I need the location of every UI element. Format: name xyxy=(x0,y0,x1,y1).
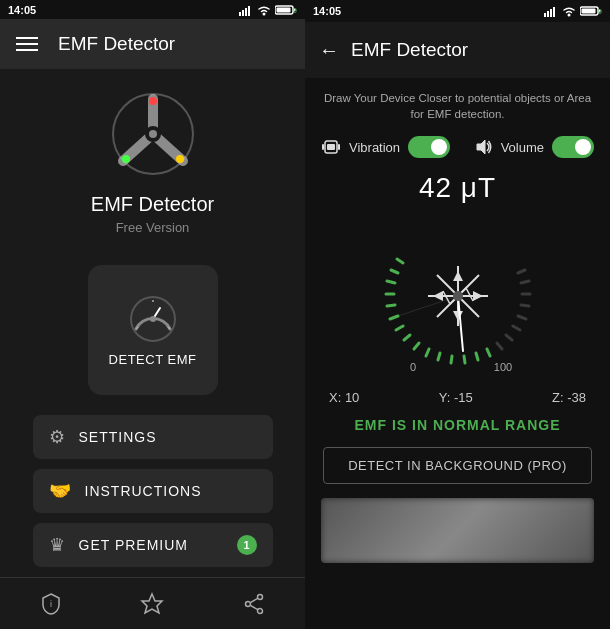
radiation-logo xyxy=(108,89,198,179)
svg-line-47 xyxy=(426,349,429,356)
left-panel: 14:05 97 xyxy=(0,0,305,629)
left-body: EMF Detector Free Version DETECT EMF ⚙ S… xyxy=(0,69,305,577)
svg-point-4 xyxy=(263,12,266,15)
svg-line-61 xyxy=(387,305,395,306)
left-time: 14:05 xyxy=(8,4,36,16)
svg-rect-3 xyxy=(248,6,250,16)
detect-background-button[interactable]: DETECT IN BACKGROUND (PRO) xyxy=(323,447,592,484)
settings-button[interactable]: ⚙ SETTINGS xyxy=(33,415,273,459)
svg-rect-34 xyxy=(582,9,596,14)
svg-rect-6 xyxy=(277,7,291,12)
settings-gear-icon: ⚙ xyxy=(49,426,65,448)
svg-rect-39 xyxy=(322,144,324,150)
coordinates-row: X: 10 Y: -15 Z: -38 xyxy=(321,390,594,405)
svg-line-44 xyxy=(396,326,403,330)
svg-line-27 xyxy=(250,605,257,609)
instruction-text: Draw Your Device Closer to potential obj… xyxy=(321,90,594,122)
volume-control: Volume xyxy=(475,136,594,158)
settings-label: SETTINGS xyxy=(79,429,157,445)
svg-line-57 xyxy=(521,305,529,306)
svg-point-24 xyxy=(246,601,251,606)
svg-line-26 xyxy=(250,598,257,602)
shield-footer-icon[interactable]: i xyxy=(31,584,71,624)
right-header: ← EMF Detector xyxy=(305,22,610,78)
signal-icon xyxy=(239,4,253,16)
free-version-label: Free Version xyxy=(116,220,190,235)
svg-line-49 xyxy=(451,356,452,363)
left-status-bar: 14:05 97 xyxy=(0,0,305,19)
app-name: EMF Detector xyxy=(91,193,214,216)
right-body: Draw Your Device Closer to potential obj… xyxy=(305,78,610,629)
gauge-container: 0 100 xyxy=(378,216,538,376)
instructions-button[interactable]: 🤝 INSTRUCTIONS xyxy=(33,469,273,513)
emf-value: 42 μT xyxy=(419,172,496,204)
svg-point-32 xyxy=(568,14,571,17)
toggle-row: Vibration Volume xyxy=(321,136,594,158)
svg-marker-72 xyxy=(433,291,443,301)
star-footer-icon[interactable] xyxy=(132,584,172,624)
svg-line-51 xyxy=(476,353,478,360)
gauge-min-label: 0 xyxy=(409,361,415,373)
right-status-bar: 14:05 97 xyxy=(305,0,610,22)
svg-marker-73 xyxy=(473,291,483,301)
volume-icon xyxy=(475,139,493,155)
svg-point-13 xyxy=(122,155,130,163)
svg-line-64 xyxy=(391,270,398,273)
svg-rect-29 xyxy=(547,11,549,17)
volume-label: Volume xyxy=(501,140,544,155)
back-arrow-icon[interactable]: ← xyxy=(319,39,339,62)
svg-marker-41 xyxy=(477,140,485,154)
wifi-icon xyxy=(257,4,271,16)
svg-line-50 xyxy=(464,356,465,363)
svg-point-23 xyxy=(258,594,263,599)
gauge-max-label: 100 xyxy=(493,361,511,373)
detect-emf-button[interactable]: DETECT EMF xyxy=(88,265,218,395)
svg-line-63 xyxy=(387,281,395,283)
svg-line-53 xyxy=(497,343,502,349)
premium-badge: 1 xyxy=(237,535,257,555)
vibration-icon xyxy=(321,139,341,155)
instructions-hand-icon: 🤝 xyxy=(49,480,71,502)
svg-rect-30 xyxy=(550,9,552,17)
svg-rect-40 xyxy=(338,144,340,150)
right-signal-icon xyxy=(544,5,558,17)
svg-rect-0 xyxy=(239,12,241,16)
svg-marker-71 xyxy=(453,311,463,321)
hamburger-menu-icon[interactable] xyxy=(16,37,38,51)
svg-point-25 xyxy=(258,608,263,613)
svg-line-45 xyxy=(404,335,410,340)
svg-line-60 xyxy=(518,270,525,273)
svg-text:i: i xyxy=(50,599,52,609)
speedometer-icon xyxy=(128,294,178,344)
right-battery-icon: 97 xyxy=(580,5,602,17)
gauge-svg: 0 100 xyxy=(378,216,538,376)
svg-line-46 xyxy=(414,343,419,349)
vibration-control: Vibration xyxy=(321,136,450,158)
vibration-toggle[interactable] xyxy=(408,136,450,158)
svg-marker-70 xyxy=(453,271,463,281)
svg-line-43 xyxy=(390,316,398,319)
right-panel: 14:05 97 ← EMF Detector xyxy=(305,0,610,629)
svg-point-14 xyxy=(176,155,184,163)
svg-line-55 xyxy=(513,326,520,330)
svg-point-11 xyxy=(149,130,157,138)
share-footer-icon[interactable] xyxy=(234,584,274,624)
left-status-icons: 97 xyxy=(239,4,297,16)
coord-x: X: 10 xyxy=(329,390,359,405)
left-footer: i xyxy=(0,577,305,629)
coord-z: Z: -38 xyxy=(552,390,586,405)
right-time: 14:05 xyxy=(313,5,341,17)
vibration-label: Vibration xyxy=(349,140,400,155)
crown-icon: ♛ xyxy=(49,534,65,556)
svg-point-17 xyxy=(150,316,156,322)
premium-button[interactable]: ♛ GET PREMIUM 1 xyxy=(33,523,273,567)
battery-icon: 97 xyxy=(275,4,297,16)
svg-rect-1 xyxy=(242,10,244,16)
emf-status-text: EMF IS IN NORMAL RANGE xyxy=(354,417,560,433)
ad-content xyxy=(321,498,594,563)
right-wifi-icon xyxy=(562,5,576,17)
svg-rect-28 xyxy=(544,13,546,17)
volume-toggle[interactable] xyxy=(552,136,594,158)
right-status-icons: 97 xyxy=(544,5,602,17)
instructions-label: INSTRUCTIONS xyxy=(85,483,202,499)
